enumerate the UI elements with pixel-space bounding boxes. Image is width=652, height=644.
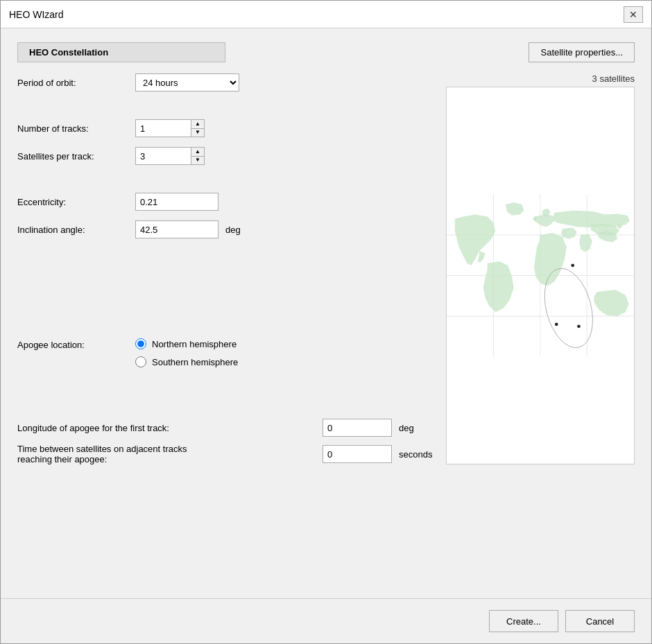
dialog-title: HEO WIzard (9, 9, 64, 20)
tracks-spinner-buttons: ▲ ▼ (191, 119, 205, 137)
dialog-content: HEO Constellation Satellite properties..… (1, 28, 651, 598)
tracks-input[interactable] (135, 119, 191, 137)
southern-hemisphere-radio[interactable] (135, 356, 146, 367)
world-map-svg (447, 87, 634, 464)
time-between-unit: seconds (399, 449, 432, 460)
southern-label[interactable]: Southern hemisphere (152, 357, 238, 367)
time-between-label2: reaching their apogee: (17, 454, 316, 464)
sats-per-track-input[interactable] (135, 147, 191, 165)
apogee-section: Apogee location: Northern hemisphere Sou… (17, 338, 432, 367)
svg-point-10 (578, 324, 581, 328)
close-button[interactable]: ✕ (624, 6, 643, 23)
period-label: Period of orbit: (17, 78, 128, 88)
sats-down-button[interactable]: ▼ (191, 157, 204, 165)
tracks-up-button[interactable]: ▲ (191, 120, 204, 129)
tracks-row: Number of tracks: ▲ ▼ (17, 119, 432, 137)
apogee-label: Apogee location: (17, 338, 128, 367)
period-select[interactable]: 12 hours 24 hours 48 hours (135, 73, 239, 92)
sats-per-track-spinner: ▲ ▼ (135, 147, 205, 165)
time-between-row: Time between satellites on adjacent trac… (17, 444, 432, 464)
northern-label[interactable]: Northern hemisphere (152, 339, 237, 349)
time-between-label-container: Time between satellites on adjacent trac… (17, 444, 316, 464)
inclination-row: Inclination angle: deg (17, 220, 432, 238)
southern-radio-row: Southern hemisphere (135, 356, 238, 367)
footer-buttons: Create... Cancel (1, 598, 651, 643)
inclination-label: Inclination angle: (17, 225, 128, 235)
northern-radio-row: Northern hemisphere (135, 338, 238, 349)
sats-per-track-row: Satellites per track: ▲ ▼ (17, 147, 432, 165)
bottom-section: Longitude of apogee for the first track:… (17, 419, 432, 464)
right-panel: 3 satellites (446, 73, 635, 464)
sats-per-track-label: Satellites per track: (17, 151, 128, 162)
svg-point-8 (572, 264, 575, 268)
tracks-label: Number of tracks: (17, 123, 128, 134)
longitude-row: Longitude of apogee for the first track:… (17, 419, 432, 437)
sats-up-button[interactable]: ▲ (191, 148, 204, 157)
period-row: Period of orbit: 12 hours 24 hours 48 ho… (17, 73, 432, 92)
eccentricity-label: Eccentricity: (17, 197, 128, 207)
northern-hemisphere-radio[interactable] (135, 338, 146, 349)
map-container (446, 87, 635, 464)
svg-point-9 (555, 322, 558, 326)
time-between-label1: Time between satellites on adjacent trac… (17, 444, 316, 454)
eccentricity-input[interactable] (135, 193, 218, 211)
header-row: HEO Constellation Satellite properties..… (17, 42, 635, 62)
satellite-properties-button[interactable]: Satellite properties... (529, 42, 635, 62)
main-area: Period of orbit: 12 hours 24 hours 48 ho… (17, 73, 635, 464)
create-button[interactable]: Create... (489, 610, 558, 632)
heo-wizard-dialog: HEO WIzard ✕ HEO Constellation Satellite… (0, 0, 652, 644)
longitude-input[interactable] (323, 419, 392, 437)
satellites-count: 3 satellites (446, 73, 635, 84)
tracks-down-button[interactable]: ▼ (191, 129, 204, 137)
inclination-unit: deg (225, 225, 241, 235)
title-bar: HEO WIzard ✕ (1, 1, 651, 28)
longitude-label: Longitude of apogee for the first track: (17, 423, 316, 433)
cancel-button[interactable]: Cancel (565, 610, 635, 632)
section-title: HEO Constellation (17, 42, 225, 62)
left-panel: Period of orbit: 12 hours 24 hours 48 ho… (17, 73, 432, 464)
eccentricity-row: Eccentricity: (17, 193, 432, 211)
sats-per-track-spinner-buttons: ▲ ▼ (191, 147, 205, 165)
time-between-input[interactable] (323, 445, 392, 463)
longitude-unit: deg (399, 423, 414, 433)
tracks-spinner: ▲ ▼ (135, 119, 205, 137)
inclination-input[interactable] (135, 220, 218, 238)
apogee-radio-group: Northern hemisphere Southern hemisphere (135, 338, 238, 367)
